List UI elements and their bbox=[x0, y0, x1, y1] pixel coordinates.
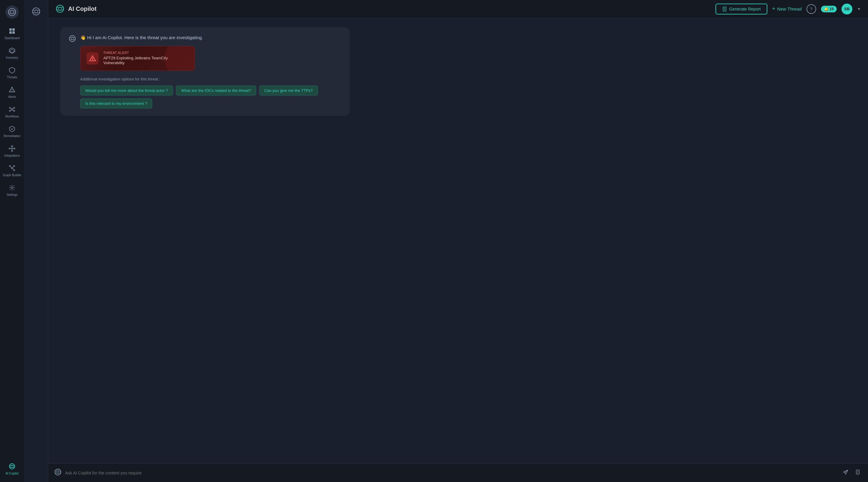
sidebar-item-workflows-label: Workflows bbox=[5, 115, 19, 118]
svg-point-39 bbox=[9, 465, 15, 468]
header-title: AI Copilot bbox=[56, 4, 96, 14]
svg-point-44 bbox=[59, 7, 61, 10]
thread-sidebar bbox=[24, 0, 48, 482]
sidebar-item-threats[interactable]: Threats bbox=[0, 63, 24, 83]
sidebar-item-graph-builder-label: Graph Builder bbox=[3, 173, 22, 177]
chat-area: 👋 Hi I am Ai Copilot. Here is the threat… bbox=[48, 18, 868, 463]
svg-rect-4 bbox=[12, 28, 15, 31]
app-logo bbox=[5, 5, 19, 19]
sidebar-item-remediation-label: Remediation bbox=[4, 134, 21, 138]
svg-line-34 bbox=[13, 166, 14, 167]
sidebar-item-inventory[interactable]: Inventory bbox=[0, 44, 24, 63]
svg-rect-6 bbox=[12, 31, 15, 34]
main-area: AI Copilot Generate Report + New Thread … bbox=[48, 0, 868, 482]
svg-point-43 bbox=[56, 5, 64, 12]
svg-line-33 bbox=[10, 166, 11, 167]
sidebar-item-ai-copilot-label: AI Copilot bbox=[5, 472, 19, 475]
svg-point-53 bbox=[92, 60, 93, 60]
svg-point-14 bbox=[9, 110, 10, 111]
svg-line-19 bbox=[13, 110, 13, 111]
header-actions: Generate Report + New Thread ? 🔔 15 SB ▼ bbox=[715, 4, 861, 14]
threat-info: THREAT ALERT APT29 Exploiting Jetbrains … bbox=[103, 51, 188, 66]
generate-report-button[interactable]: Generate Report bbox=[715, 4, 767, 14]
svg-point-36 bbox=[11, 187, 13, 189]
sidebar-item-workflows[interactable]: Workflows bbox=[0, 102, 24, 122]
sidebar-item-alerts[interactable]: Alerts bbox=[0, 83, 24, 102]
notifications-button[interactable]: 🔔 15 bbox=[821, 6, 837, 12]
svg-point-9 bbox=[12, 91, 12, 91]
plus-icon: + bbox=[772, 6, 775, 12]
clip-button[interactable] bbox=[854, 468, 862, 478]
svg-point-20 bbox=[11, 148, 13, 149]
svg-rect-3 bbox=[9, 28, 12, 31]
svg-point-37 bbox=[9, 463, 15, 469]
graph-builder-icon bbox=[9, 165, 16, 172]
svg-point-56 bbox=[57, 471, 59, 473]
svg-marker-8 bbox=[10, 50, 14, 53]
alerts-icon bbox=[9, 87, 16, 94]
sidebar-item-alerts-label: Alerts bbox=[8, 95, 16, 99]
svg-point-42 bbox=[33, 10, 40, 13]
send-button[interactable] bbox=[841, 468, 850, 478]
threat-alert-icon bbox=[87, 53, 98, 64]
suggestion-ttps[interactable]: Can you give me the TTPs? bbox=[259, 86, 318, 96]
app-title: AI Copilot bbox=[68, 5, 96, 12]
svg-point-50 bbox=[69, 36, 75, 41]
sidebar-item-graph-builder[interactable]: Graph Builder bbox=[0, 161, 24, 181]
send-icon bbox=[843, 469, 849, 475]
svg-line-16 bbox=[10, 108, 11, 109]
svg-point-55 bbox=[55, 469, 61, 475]
sidebar-item-remediation[interactable]: Remediation bbox=[0, 122, 24, 141]
document-icon bbox=[722, 7, 727, 11]
svg-point-15 bbox=[13, 110, 15, 111]
sidebar-item-settings-label: Settings bbox=[7, 193, 18, 197]
sidebar-item-settings[interactable]: Settings bbox=[0, 181, 24, 200]
sidebar-item-dashboard[interactable]: Dashboard bbox=[0, 24, 24, 44]
svg-point-51 bbox=[71, 37, 73, 40]
chat-input[interactable] bbox=[65, 471, 838, 475]
bell-icon: 🔔 bbox=[824, 7, 829, 11]
svg-point-40 bbox=[33, 8, 40, 15]
sidebar-item-ai-copilot[interactable]: AI Copilot bbox=[0, 459, 24, 479]
user-avatar-button[interactable]: SB bbox=[841, 4, 852, 14]
sidebar-item-dashboard-label: Dashboard bbox=[5, 36, 20, 40]
svg-point-13 bbox=[13, 107, 15, 108]
svg-line-18 bbox=[10, 110, 11, 111]
threat-alert-label: THREAT ALERT bbox=[103, 51, 188, 55]
threat-card: THREAT ALERT APT29 Exploiting Jetbrains … bbox=[80, 46, 195, 71]
svg-rect-5 bbox=[9, 31, 12, 34]
suggestion-threat-actor[interactable]: Would you tell me more about the threat … bbox=[80, 86, 173, 96]
integrations-icon bbox=[9, 145, 16, 153]
greeting-text: 👋 Hi I am Ai Copilot. Here is the threat… bbox=[80, 34, 341, 41]
svg-point-52 bbox=[69, 37, 75, 40]
suggestion-relevance[interactable]: Is this relevant to my environment ? bbox=[80, 98, 152, 108]
svg-point-0 bbox=[8, 8, 16, 16]
chevron-down-icon[interactable]: ▼ bbox=[857, 7, 861, 11]
inventory-icon bbox=[9, 47, 16, 55]
thread-copilot-icon bbox=[31, 6, 41, 17]
header: AI Copilot Generate Report + New Thread … bbox=[48, 0, 868, 18]
chat-bubble-header: 👋 Hi I am Ai Copilot. Here is the threat… bbox=[69, 34, 341, 108]
input-copilot-icon bbox=[54, 469, 61, 477]
sidebar-item-inventory-label: Inventory bbox=[6, 56, 18, 60]
suggestion-buttons: Would you tell me more about the threat … bbox=[80, 86, 341, 108]
svg-point-12 bbox=[9, 107, 10, 108]
ai-copilot-icon bbox=[9, 463, 16, 471]
workflows-icon bbox=[9, 106, 16, 114]
sidebar-item-integrations[interactable]: Integrations bbox=[0, 141, 24, 161]
sidebar-item-threats-label: Threats bbox=[7, 75, 17, 79]
svg-line-35 bbox=[13, 169, 14, 170]
suggestion-iocs[interactable]: What are the IOCs related to the threat? bbox=[176, 86, 256, 96]
bubble-copilot-icon bbox=[69, 35, 76, 44]
logo-area bbox=[0, 3, 24, 21]
chat-input-area bbox=[48, 463, 868, 482]
header-copilot-icon bbox=[56, 4, 65, 14]
new-thread-button[interactable]: + New Thread bbox=[772, 6, 802, 12]
svg-point-45 bbox=[56, 7, 64, 10]
svg-point-38 bbox=[11, 465, 13, 468]
bubble-content: 👋 Hi I am Ai Copilot. Here is the threat… bbox=[80, 34, 341, 108]
clip-icon bbox=[855, 469, 861, 475]
dashboard-icon bbox=[9, 28, 16, 35]
svg-line-17 bbox=[13, 108, 13, 109]
help-button[interactable]: ? bbox=[807, 4, 816, 14]
